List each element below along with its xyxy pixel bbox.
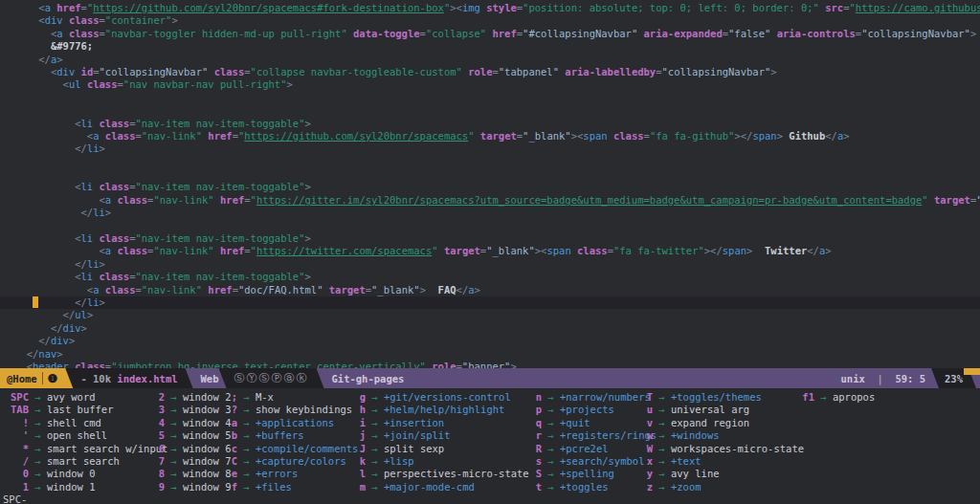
- which-key-binding: 3 → window 3: [149, 404, 232, 416]
- buffer-name[interactable]: index.html: [117, 373, 177, 384]
- which-key-binding: e → +errors: [222, 468, 358, 480]
- code-line[interactable]: <a class="nav-link" href="https://gitter…: [0, 194, 980, 207]
- which-key-description: +toggles/themes: [671, 391, 762, 403]
- code-token: a: [93, 130, 105, 142]
- code-token: >: [510, 361, 516, 368]
- echo-area-key-prefix: SPC-: [3, 493, 27, 504]
- which-key-binding: z → +zoom: [637, 481, 804, 493]
- code-buffer[interactable]: <a href="https://github.com/syl20bnr/spa…: [0, 0, 980, 368]
- code-line[interactable]: <header class="jumbotron bg-inverse text…: [0, 361, 980, 368]
- which-key-description: +files: [256, 481, 292, 493]
- which-key-binding: C → +capture/colors: [222, 455, 358, 468]
- code-line[interactable]: <div id="collapsingNavbar" class="collap…: [0, 66, 980, 78]
- code-line[interactable]: [0, 168, 980, 181]
- code-line[interactable]: </a>: [0, 54, 980, 66]
- which-key-key: /: [4, 455, 29, 468]
- code-line[interactable]: [0, 92, 980, 104]
- code-line[interactable]: <li class="nav-item nav-item-toggable">: [0, 118, 980, 130]
- code-line[interactable]: </li>: [0, 142, 980, 155]
- code-token: "_blan: [976, 194, 980, 206]
- code-token: class: [100, 271, 130, 282]
- arrow-icon: →: [542, 455, 560, 467]
- which-key-key: p: [525, 404, 542, 416]
- which-key-description: +windows: [671, 429, 720, 441]
- which-key-description: avy word: [47, 391, 96, 403]
- code-token: ": [922, 194, 934, 206]
- code-line[interactable]: </li>: [0, 296, 980, 309]
- code-token: >: [970, 28, 976, 39]
- which-key-description: window 0: [47, 468, 96, 479]
- code-token: a: [56, 28, 69, 39]
- code-line[interactable]: [0, 104, 980, 117]
- code-line[interactable]: <a class="nav-link" href="https://github…: [0, 130, 980, 142]
- code-line[interactable]: <li class="nav-item nav-item-toggable">: [0, 232, 980, 245]
- arrow-icon: →: [237, 455, 256, 467]
- which-key-binding: 9 → window 9: [149, 481, 232, 493]
- arrow-icon: →: [542, 429, 560, 441]
- code-token: li: [81, 118, 100, 129]
- arrow-icon: →: [237, 391, 256, 403]
- code-token: >: [420, 284, 438, 296]
- which-key-key: SPC: [4, 391, 29, 404]
- code-token: ": [468, 130, 480, 142]
- code-line[interactable]: </li>: [0, 207, 980, 219]
- code-token: li: [93, 207, 105, 218]
- spacemacs-window: <a href="https://github.com/syl20bnr/spa…: [0, 0, 980, 504]
- code-line[interactable]: </ul>: [0, 309, 980, 321]
- code-token: ul: [69, 78, 87, 90]
- code-line[interactable]: <ul class="nav navbar-nav pull-right">: [0, 78, 980, 91]
- code-token: li: [81, 271, 100, 282]
- code-token: "collapsingNavbar": [662, 66, 771, 77]
- code-line[interactable]: <a class="navbar-toggler hidden-md-up pu…: [0, 28, 980, 40]
- code-token: "collapsingNavbar": [861, 28, 970, 39]
- code-line[interactable]: <a class="nav-link" href="doc/FAQ.html" …: [0, 284, 980, 296]
- which-key-description: avy line: [671, 468, 720, 479]
- code-line[interactable]: <li class="nav-item nav-item-toggable">: [0, 181, 980, 193]
- code-line[interactable]: </nav>: [0, 348, 980, 361]
- arrow-icon: →: [29, 468, 47, 479]
- code-token: "_blank": [486, 245, 535, 256]
- which-key-key: ?: [222, 404, 237, 416]
- code-token: span: [752, 130, 776, 142]
- arrow-icon: →: [29, 404, 47, 415]
- which-key-binding: TAB → last buffer: [4, 404, 167, 416]
- code-line[interactable]: </div>: [0, 335, 980, 347]
- which-key-key: f1: [793, 391, 814, 404]
- arrow-icon: →: [366, 455, 384, 467]
- arrow-icon: →: [814, 391, 833, 403]
- code-token: nav: [38, 348, 56, 360]
- which-key-description: +toggles: [560, 481, 609, 493]
- which-key-description: +compile/comments: [256, 443, 358, 454]
- code-token: "tabpanel": [499, 66, 566, 77]
- which-key-key: 5: [149, 429, 165, 442]
- code-line[interactable]: <div class="container">: [0, 14, 980, 27]
- code-token: span: [583, 130, 613, 142]
- which-key-key: 0: [4, 468, 29, 480]
- code-token: "nav-link": [142, 130, 209, 142]
- code-token: "_blank": [371, 284, 420, 296]
- code-line[interactable]: &#9776;: [0, 40, 980, 53]
- code-line[interactable]: <li class="nav-item nav-item-toggable">: [0, 271, 980, 283]
- code-token: class: [100, 181, 130, 192]
- code-line[interactable]: </li>: [0, 258, 980, 271]
- which-key-binding: T → +toggles/themes: [637, 391, 804, 404]
- code-line[interactable]: </div>: [0, 322, 980, 335]
- which-key-key: C: [222, 455, 237, 468]
- which-key-key: r: [525, 429, 542, 442]
- which-key-key: b: [222, 429, 237, 442]
- code-token: </: [825, 130, 837, 142]
- code-token: ></: [704, 245, 723, 256]
- code-token: href: [56, 2, 80, 13]
- which-key-key: !: [4, 417, 29, 429]
- code-line[interactable]: [0, 220, 980, 232]
- which-key-binding: 0 → window 0: [4, 468, 167, 480]
- code-token: class: [214, 66, 245, 77]
- code-line[interactable]: [0, 156, 980, 168]
- code-token: "nav-item nav-item-toggable": [135, 232, 304, 244]
- code-token: aria-labelledby: [565, 66, 656, 77]
- code-line[interactable]: <a class="nav-link" href="https://twitte…: [0, 245, 980, 257]
- code-token: span: [723, 245, 746, 256]
- code-line[interactable]: <a href="https://github.com/syl20bnr/spa…: [0, 2, 980, 14]
- code-token: https://gitter.im/syl20bnr/spacemacs?utm…: [256, 194, 922, 206]
- code-token: li: [81, 232, 100, 244]
